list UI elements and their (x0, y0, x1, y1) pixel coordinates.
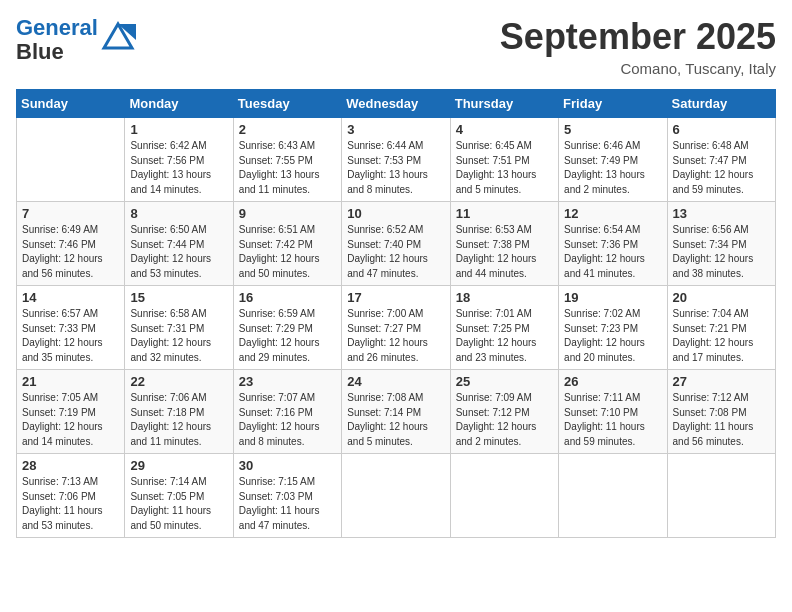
day-number: 25 (456, 374, 553, 389)
title-block: September 2025 Comano, Tuscany, Italy (500, 16, 776, 77)
day-number: 20 (673, 290, 770, 305)
weekday-header: Monday (125, 90, 233, 118)
day-info: Sunrise: 6:45 AMSunset: 7:51 PMDaylight:… (456, 139, 553, 197)
day-info: Sunrise: 7:01 AMSunset: 7:25 PMDaylight:… (456, 307, 553, 365)
day-info: Sunrise: 6:53 AMSunset: 7:38 PMDaylight:… (456, 223, 553, 281)
day-number: 19 (564, 290, 661, 305)
day-info: Sunrise: 7:06 AMSunset: 7:18 PMDaylight:… (130, 391, 227, 449)
day-info: Sunrise: 6:56 AMSunset: 7:34 PMDaylight:… (673, 223, 770, 281)
calendar-cell: 13Sunrise: 6:56 AMSunset: 7:34 PMDayligh… (667, 202, 775, 286)
day-number: 29 (130, 458, 227, 473)
day-info: Sunrise: 6:49 AMSunset: 7:46 PMDaylight:… (22, 223, 119, 281)
calendar-table: SundayMondayTuesdayWednesdayThursdayFrid… (16, 89, 776, 538)
day-info: Sunrise: 6:58 AMSunset: 7:31 PMDaylight:… (130, 307, 227, 365)
calendar-cell (667, 454, 775, 538)
calendar-cell: 9Sunrise: 6:51 AMSunset: 7:42 PMDaylight… (233, 202, 341, 286)
calendar-cell: 24Sunrise: 7:08 AMSunset: 7:14 PMDayligh… (342, 370, 450, 454)
calendar-cell: 4Sunrise: 6:45 AMSunset: 7:51 PMDaylight… (450, 118, 558, 202)
day-number: 7 (22, 206, 119, 221)
day-info: Sunrise: 6:46 AMSunset: 7:49 PMDaylight:… (564, 139, 661, 197)
day-info: Sunrise: 7:02 AMSunset: 7:23 PMDaylight:… (564, 307, 661, 365)
day-number: 22 (130, 374, 227, 389)
day-number: 21 (22, 374, 119, 389)
calendar-cell: 23Sunrise: 7:07 AMSunset: 7:16 PMDayligh… (233, 370, 341, 454)
calendar-cell: 16Sunrise: 6:59 AMSunset: 7:29 PMDayligh… (233, 286, 341, 370)
day-info: Sunrise: 7:13 AMSunset: 7:06 PMDaylight:… (22, 475, 119, 533)
calendar-cell: 21Sunrise: 7:05 AMSunset: 7:19 PMDayligh… (17, 370, 125, 454)
calendar-cell: 17Sunrise: 7:00 AMSunset: 7:27 PMDayligh… (342, 286, 450, 370)
day-number: 13 (673, 206, 770, 221)
day-info: Sunrise: 6:59 AMSunset: 7:29 PMDaylight:… (239, 307, 336, 365)
calendar-week-row: 7Sunrise: 6:49 AMSunset: 7:46 PMDaylight… (17, 202, 776, 286)
calendar-cell: 28Sunrise: 7:13 AMSunset: 7:06 PMDayligh… (17, 454, 125, 538)
calendar-cell: 22Sunrise: 7:06 AMSunset: 7:18 PMDayligh… (125, 370, 233, 454)
day-number: 9 (239, 206, 336, 221)
weekday-header: Thursday (450, 90, 558, 118)
day-info: Sunrise: 6:51 AMSunset: 7:42 PMDaylight:… (239, 223, 336, 281)
day-number: 30 (239, 458, 336, 473)
calendar-cell: 5Sunrise: 6:46 AMSunset: 7:49 PMDaylight… (559, 118, 667, 202)
day-info: Sunrise: 7:09 AMSunset: 7:12 PMDaylight:… (456, 391, 553, 449)
day-info: Sunrise: 7:04 AMSunset: 7:21 PMDaylight:… (673, 307, 770, 365)
calendar-cell (450, 454, 558, 538)
weekday-header: Wednesday (342, 90, 450, 118)
day-number: 16 (239, 290, 336, 305)
day-info: Sunrise: 7:07 AMSunset: 7:16 PMDaylight:… (239, 391, 336, 449)
day-info: Sunrise: 7:11 AMSunset: 7:10 PMDaylight:… (564, 391, 661, 449)
day-number: 11 (456, 206, 553, 221)
day-number: 15 (130, 290, 227, 305)
weekday-header: Saturday (667, 90, 775, 118)
day-number: 23 (239, 374, 336, 389)
calendar-cell: 7Sunrise: 6:49 AMSunset: 7:46 PMDaylight… (17, 202, 125, 286)
logo-icon (100, 20, 136, 52)
weekday-header: Tuesday (233, 90, 341, 118)
calendar-cell (17, 118, 125, 202)
calendar-cell: 18Sunrise: 7:01 AMSunset: 7:25 PMDayligh… (450, 286, 558, 370)
logo-text: General Blue (16, 16, 98, 64)
calendar-cell (559, 454, 667, 538)
logo: General Blue (16, 16, 136, 64)
calendar-cell: 29Sunrise: 7:14 AMSunset: 7:05 PMDayligh… (125, 454, 233, 538)
day-number: 1 (130, 122, 227, 137)
calendar-week-row: 1Sunrise: 6:42 AMSunset: 7:56 PMDaylight… (17, 118, 776, 202)
day-number: 27 (673, 374, 770, 389)
weekday-header-row: SundayMondayTuesdayWednesdayThursdayFrid… (17, 90, 776, 118)
day-number: 14 (22, 290, 119, 305)
calendar-cell: 10Sunrise: 6:52 AMSunset: 7:40 PMDayligh… (342, 202, 450, 286)
calendar-cell: 11Sunrise: 6:53 AMSunset: 7:38 PMDayligh… (450, 202, 558, 286)
day-info: Sunrise: 6:57 AMSunset: 7:33 PMDaylight:… (22, 307, 119, 365)
day-number: 5 (564, 122, 661, 137)
day-number: 28 (22, 458, 119, 473)
weekday-header: Friday (559, 90, 667, 118)
calendar-cell: 8Sunrise: 6:50 AMSunset: 7:44 PMDaylight… (125, 202, 233, 286)
day-number: 10 (347, 206, 444, 221)
day-number: 4 (456, 122, 553, 137)
day-info: Sunrise: 7:05 AMSunset: 7:19 PMDaylight:… (22, 391, 119, 449)
day-info: Sunrise: 7:08 AMSunset: 7:14 PMDaylight:… (347, 391, 444, 449)
calendar-cell: 26Sunrise: 7:11 AMSunset: 7:10 PMDayligh… (559, 370, 667, 454)
calendar-cell: 12Sunrise: 6:54 AMSunset: 7:36 PMDayligh… (559, 202, 667, 286)
calendar-cell: 19Sunrise: 7:02 AMSunset: 7:23 PMDayligh… (559, 286, 667, 370)
calendar-cell: 3Sunrise: 6:44 AMSunset: 7:53 PMDaylight… (342, 118, 450, 202)
day-number: 3 (347, 122, 444, 137)
day-info: Sunrise: 7:00 AMSunset: 7:27 PMDaylight:… (347, 307, 444, 365)
calendar-cell: 25Sunrise: 7:09 AMSunset: 7:12 PMDayligh… (450, 370, 558, 454)
day-info: Sunrise: 6:44 AMSunset: 7:53 PMDaylight:… (347, 139, 444, 197)
calendar-cell: 14Sunrise: 6:57 AMSunset: 7:33 PMDayligh… (17, 286, 125, 370)
calendar-cell (342, 454, 450, 538)
day-number: 8 (130, 206, 227, 221)
calendar-cell: 27Sunrise: 7:12 AMSunset: 7:08 PMDayligh… (667, 370, 775, 454)
day-number: 24 (347, 374, 444, 389)
calendar-week-row: 14Sunrise: 6:57 AMSunset: 7:33 PMDayligh… (17, 286, 776, 370)
day-info: Sunrise: 7:15 AMSunset: 7:03 PMDaylight:… (239, 475, 336, 533)
day-info: Sunrise: 6:54 AMSunset: 7:36 PMDaylight:… (564, 223, 661, 281)
calendar-cell: 20Sunrise: 7:04 AMSunset: 7:21 PMDayligh… (667, 286, 775, 370)
day-number: 18 (456, 290, 553, 305)
day-info: Sunrise: 6:43 AMSunset: 7:55 PMDaylight:… (239, 139, 336, 197)
day-info: Sunrise: 7:14 AMSunset: 7:05 PMDaylight:… (130, 475, 227, 533)
calendar-cell: 15Sunrise: 6:58 AMSunset: 7:31 PMDayligh… (125, 286, 233, 370)
day-info: Sunrise: 6:52 AMSunset: 7:40 PMDaylight:… (347, 223, 444, 281)
calendar-cell: 2Sunrise: 6:43 AMSunset: 7:55 PMDaylight… (233, 118, 341, 202)
day-number: 17 (347, 290, 444, 305)
day-number: 12 (564, 206, 661, 221)
